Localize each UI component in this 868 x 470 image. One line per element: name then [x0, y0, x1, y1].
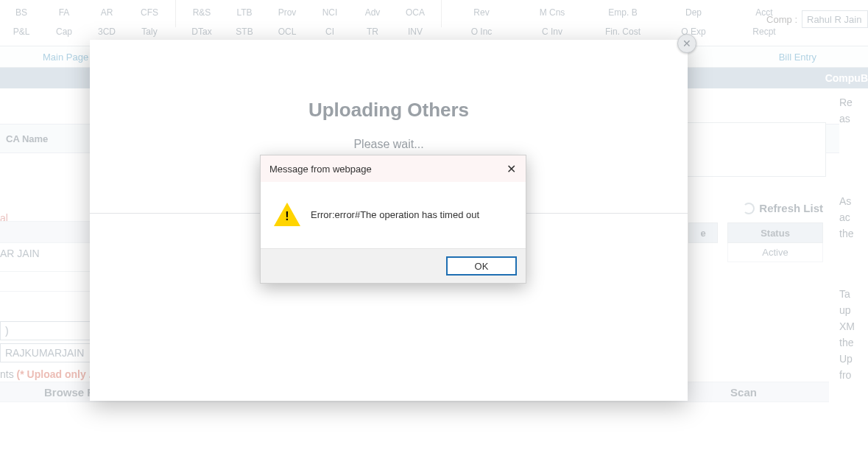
menu-fa[interactable]: FA — [43, 7, 85, 18]
close-icon: ✕ — [507, 162, 516, 176]
alert-dialog: Message from webpage ✕ Error:error#The o… — [260, 155, 526, 284]
menu-rev[interactable]: Rev — [446, 7, 517, 18]
comp-input[interactable] — [802, 10, 868, 28]
refresh-label: Refresh List — [759, 202, 823, 214]
menu-dep[interactable]: Dep — [658, 7, 729, 18]
menu-group-1b: R&S LTB Prov NCI Adv OCA — [180, 7, 437, 18]
menu-group-2b: DTax STB OCL CI TR INV — [180, 27, 437, 37]
menu-group-2c: O Inc C Inv Fin. Cost O Exp Recpt — [446, 27, 800, 37]
menu-oexp[interactable]: O Exp — [658, 27, 729, 37]
menu-pl[interactable]: P&L — [0, 27, 43, 37]
menu-stb[interactable]: STB — [223, 27, 266, 37]
alert-ok-button[interactable]: OK — [446, 256, 517, 276]
brand-text: CompuB — [825, 72, 868, 84]
menu-nci[interactable]: NCI — [308, 7, 351, 18]
menu-cinv[interactable]: C Inv — [517, 27, 588, 37]
col-e-header: e — [688, 222, 718, 243]
close-icon: ✕ — [682, 38, 691, 49]
menu-ocl[interactable]: OCL — [266, 27, 308, 37]
menu-group-1c: Rev M Cns Emp. B Dep Acct — [446, 7, 800, 18]
status-value: Active — [727, 243, 823, 262]
menu-rs[interactable]: R&S — [180, 7, 223, 18]
menu-fincost[interactable]: Fin. Cost — [588, 27, 658, 37]
refresh-icon — [743, 203, 755, 214]
ca-name-textarea[interactable] — [679, 122, 826, 177]
warning-icon — [274, 203, 300, 226]
menu-adv[interactable]: Adv — [351, 7, 394, 18]
modal-wait-text: Please wait... — [90, 138, 688, 151]
menu-group-1a: BS FA AR CFS — [0, 7, 171, 18]
menu-empb[interactable]: Emp. B — [588, 7, 658, 18]
bill-entry-link[interactable]: Bill Entry — [779, 52, 816, 63]
menu-group-2a: P&L Cap 3CD Taly — [0, 27, 171, 37]
modal-close-button[interactable]: ✕ — [677, 34, 696, 53]
menu-oca[interactable]: OCA — [394, 7, 437, 18]
alert-title-text: Message from webpage — [269, 164, 372, 175]
menu-3cd[interactable]: 3CD — [85, 27, 128, 37]
ca-name-label: CA Name — [6, 133, 48, 144]
company-selector: Comp : — [766, 10, 868, 28]
menu-ar[interactable]: AR — [85, 7, 128, 18]
menu-ci[interactable]: CI — [308, 27, 351, 37]
menu-mcns[interactable]: M Cns — [517, 7, 588, 18]
menu-taly[interactable]: Taly — [128, 27, 171, 37]
menu-recpt[interactable]: Recpt — [729, 27, 800, 37]
input-line-1-text: ) — [5, 325, 9, 337]
menu-cfs[interactable]: CFS — [128, 7, 171, 18]
main-page-link[interactable]: Main Page — [43, 52, 88, 63]
menu-dtax[interactable]: DTax — [180, 27, 223, 37]
menu-prov[interactable]: Prov — [266, 7, 308, 18]
status-header: Status — [727, 222, 823, 243]
alert-close-button[interactable]: ✕ — [504, 161, 518, 176]
menu-inv[interactable]: INV — [394, 27, 437, 37]
top-menu: BS FA AR CFS R&S LTB Prov NCI Adv OCA Re… — [0, 0, 868, 41]
menu-cap[interactable]: Cap — [43, 27, 85, 37]
select-value: RAJKUMARJAIN — [5, 347, 84, 359]
status-column: Status Active — [727, 222, 823, 262]
refresh-list-button[interactable]: Refresh List — [743, 202, 823, 214]
modal-title: Uploading Others — [90, 99, 688, 122]
menu-tr[interactable]: TR — [351, 27, 394, 37]
alert-message: Error:error#The operation has timed out — [311, 209, 479, 220]
menu-oinc[interactable]: O Inc — [446, 27, 517, 37]
menu-ltb[interactable]: LTB — [223, 7, 266, 18]
comp-label: Comp : — [766, 14, 797, 25]
menu-bs[interactable]: BS — [0, 7, 43, 18]
right-help-panel: Re as As ac the Ta up XM the Up fro — [839, 88, 868, 457]
col-scan: Scan — [677, 386, 810, 399]
